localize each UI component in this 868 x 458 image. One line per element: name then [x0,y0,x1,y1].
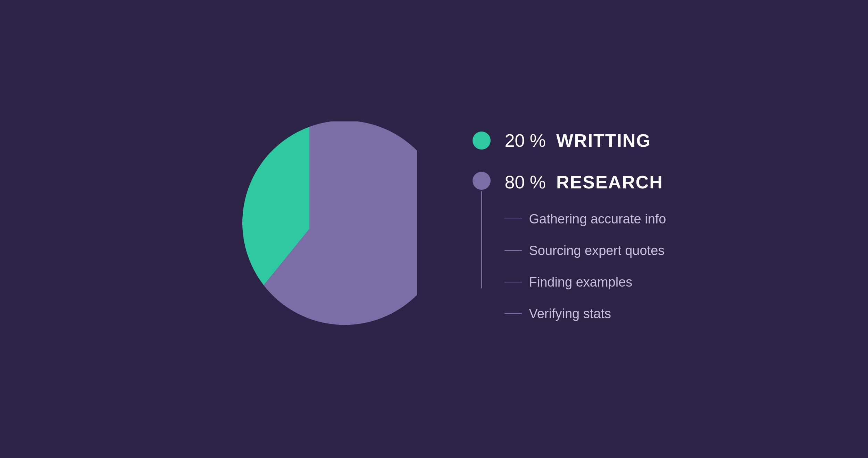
sub-item-text-1: Gathering accurate info [529,212,666,227]
writing-percent: 20 % [504,130,546,151]
research-content: 80 % RESEARCH Gathering accurate info So… [504,172,666,328]
sub-item-text-2: Sourcing expert quotes [529,243,665,258]
research-label: RESEARCH [556,172,663,193]
writing-text: 20 % WRITTING [504,130,651,151]
sub-item-text-3: Finding examples [529,275,632,290]
sub-items-wrapper: Gathering accurate info Sourcing expert … [504,212,666,328]
sub-item-1: Gathering accurate info [504,212,666,227]
research-percent: 80 % [504,172,546,193]
legend-writing: 20 % WRITTING [473,130,666,151]
research-vertical-line [481,191,482,288]
legend-research: 80 % RESEARCH Gathering accurate info So… [473,172,666,328]
pie-chart [202,121,417,337]
sub-items-rows: Gathering accurate info Sourcing expert … [504,212,666,328]
research-dot-col [473,172,491,288]
research-dot [473,172,491,190]
main-container: 20 % WRITTING 80 % RESEARCH Ga [0,121,868,337]
sub-item-3: Finding examples [504,275,666,290]
research-header: 80 % RESEARCH [504,172,666,193]
writing-dot [473,132,491,150]
sub-item-line-3 [504,282,522,282]
writing-label: WRITTING [556,130,651,151]
sub-item-4: Verifying stats [504,306,666,321]
legend-panel: 20 % WRITTING 80 % RESEARCH Ga [473,130,666,328]
sub-item-line-2 [504,250,522,251]
sub-item-2: Sourcing expert quotes [504,243,666,258]
sub-item-line-1 [504,219,522,219]
sub-item-line-4 [504,313,522,314]
sub-item-text-4: Verifying stats [529,306,611,321]
